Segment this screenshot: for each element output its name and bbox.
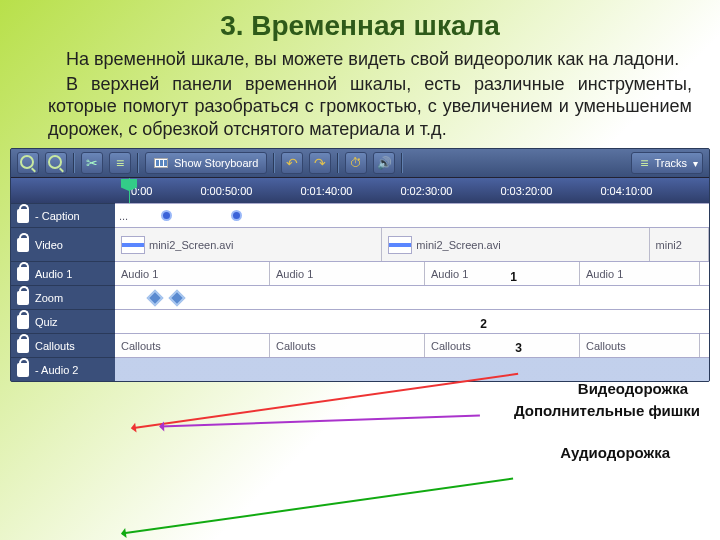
callout-clip[interactable]: Callouts [115,334,270,357]
track-label: - Audio 2 [35,364,78,376]
time-tick: 0:02:30:00 [400,185,452,197]
arrow-purple [160,414,480,427]
track-header-audio2[interactable]: - Audio 2 [11,357,115,381]
audio-clip[interactable]: Audio 1 [270,262,425,285]
annotation-number-1: 1 [508,270,519,284]
chevron-down-icon: ▾ [693,158,698,169]
track-label: Video [35,239,63,251]
show-storyboard-label: Show Storyboard [174,157,258,169]
track-video[interactable]: mini2_Screen.avi mini2_Screen.avi mini2 [115,227,709,261]
track-label: Zoom [35,292,63,304]
track-header-quiz[interactable]: Quiz [11,309,115,333]
caption-marker[interactable] [231,210,242,221]
track-caption[interactable]: ... [115,203,709,227]
annotation-video-track: Видеодорожка [576,380,690,397]
paragraph-2: В верхней панели временной шкалы, есть р… [0,73,720,143]
clip-name: mini2 [656,239,682,251]
zoom-in-icon[interactable] [17,152,39,174]
lock-icon[interactable] [17,238,29,252]
clip-name: mini2_Screen.avi [149,239,233,251]
undo-icon[interactable]: ↶ [281,152,303,174]
track-header-callouts[interactable]: Callouts [11,333,115,357]
track-audio2[interactable] [115,357,709,381]
track-header-caption[interactable]: - Caption [11,203,115,227]
storyboard-icon [154,158,168,168]
video-clip[interactable]: mini2_Screen.avi [115,228,382,261]
clip-thumbnail-icon [388,236,412,254]
track-header-audio1[interactable]: Audio 1 [11,261,115,285]
track-header-video[interactable]: Video [11,227,115,261]
arrow-green [122,478,513,535]
clip-name: mini2_Screen.avi [416,239,500,251]
track-callouts[interactable]: Callouts Callouts Callouts Callouts [115,333,709,357]
track-label: Audio 1 [35,268,72,280]
time-tick: 0:04:10:00 [600,185,652,197]
track-label: - Caption [35,210,80,222]
audio-clip[interactable]: Audio 1 [425,262,580,285]
tracks-button[interactable]: ≡ Tracks ▾ [631,152,703,174]
lock-icon[interactable] [17,209,29,223]
separator [273,153,275,173]
video-clip[interactable]: mini2_Screen.avi [382,228,649,261]
separator [401,153,403,173]
time-tick: 0:03:20:00 [500,185,552,197]
timeline-panel: ✂ ≡ Show Storyboard ↶ ↷ ⏱ 🔊 ≡ Tracks ▾ 0… [10,148,710,382]
page-title: 3. Временная шкала [0,0,720,48]
tracks-label: Tracks [654,157,687,169]
lock-icon[interactable] [17,315,29,329]
zoom-keyframe[interactable] [169,290,186,307]
audio-clip[interactable]: Audio 1 [115,262,270,285]
show-storyboard-button[interactable]: Show Storyboard [145,152,267,174]
track-label: Callouts [35,340,75,352]
separator [337,153,339,173]
callout-clip[interactable]: Callouts [580,334,700,357]
separator [137,153,139,173]
cut-icon[interactable]: ✂ [81,152,103,174]
track-header-zoom[interactable]: Zoom [11,285,115,309]
track-zoom[interactable] [115,285,709,309]
callout-clip[interactable]: Callouts [425,334,580,357]
lock-icon[interactable] [17,339,29,353]
callout-clip[interactable]: Callouts [270,334,425,357]
separator [73,153,75,173]
zoom-out-icon[interactable] [45,152,67,174]
lock-icon[interactable] [17,363,29,377]
video-clip[interactable]: mini2 [650,228,709,261]
track-quiz[interactable] [115,309,709,333]
track-label: Quiz [35,316,58,328]
annotation-number-3: 3 [513,341,524,355]
tracks-icon: ≡ [640,155,648,171]
annotation-audio-track: Аудиодорожка [558,444,672,461]
audio-clip[interactable]: Audio 1 [580,262,700,285]
annotation-extras: Дополнительные фишки [512,402,702,419]
time-tick: 0:00:50:00 [200,185,252,197]
speed-icon[interactable]: ⏱ [345,152,367,174]
split-icon[interactable]: ≡ [109,152,131,174]
caption-marker[interactable] [161,210,172,221]
time-ruler[interactable]: 0:00 0:00:50:00 0:01:40:00 0:02:30:00 0:… [11,177,709,203]
timeline-toolbar: ✂ ≡ Show Storyboard ↶ ↷ ⏱ 🔊 ≡ Tracks ▾ [11,149,709,177]
volume-icon[interactable]: 🔊 [373,152,395,174]
time-tick: 0:01:40:00 [300,185,352,197]
track-audio1[interactable]: Audio 1 Audio 1 Audio 1 Audio 1 [115,261,709,285]
redo-icon[interactable]: ↷ [309,152,331,174]
paragraph-1: На временной шкале, вы можете видеть сво… [0,48,720,73]
clip-thumbnail-icon [121,236,145,254]
zoom-keyframe[interactable] [147,290,164,307]
lock-icon[interactable] [17,291,29,305]
annotation-number-2: 2 [478,317,489,331]
caption-clip: ... [119,210,128,222]
lock-icon[interactable] [17,267,29,281]
